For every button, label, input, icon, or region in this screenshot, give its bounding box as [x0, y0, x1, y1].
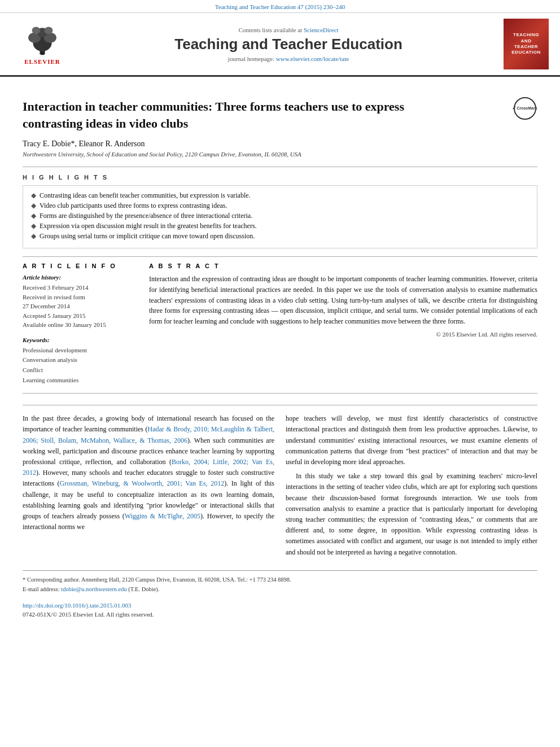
journal-reference-text: Teaching and Teacher Education 47 (2015)…: [215, 3, 345, 10]
journal-reference: Teaching and Teacher Education 47 (2015)…: [0, 0, 560, 13]
doi-link[interactable]: http://dx.doi.org/10.1016/j.tate.2015.01…: [23, 602, 132, 609]
body-col-1: In the past three decades, a growing bod…: [23, 413, 274, 561]
elsevier-tree-icon: [20, 23, 65, 57]
issn-copyright: 0742-051X/© 2015 Elsevier Ltd. All right…: [23, 611, 537, 618]
journal-cover-image: TEACHINGANDTEACHEREDUCATION: [504, 19, 549, 69]
journal-header: ELSEVIER Contents lists available at Sci…: [0, 13, 560, 77]
ref-wiggins[interactable]: Wiggins & McTighe, 2005: [125, 512, 200, 520]
bullet-icon: ◆: [31, 191, 36, 200]
keyword-4: Learning communities: [23, 375, 135, 386]
homepage-link[interactable]: www.elsevier.com/locate/tate: [276, 55, 349, 62]
divider-2: [23, 256, 537, 257]
elsevier-logo: ELSEVIER: [11, 23, 73, 65]
footnote-email-link[interactable]: tdobie@u.northwestern.edu: [61, 586, 126, 592]
svg-point-5: [32, 27, 41, 34]
footnote-email: E-mail address: tdobie@u.northwestern.ed…: [23, 585, 537, 594]
ref-hadar[interactable]: Hadar & Brody, 2010; McLaughlin & Talber…: [23, 425, 274, 444]
affiliation: Northwestern University, School of Educa…: [23, 151, 537, 158]
history-line-5: Available online 30 January 2015: [23, 320, 135, 330]
bullet-icon: ◆: [31, 232, 36, 241]
article-history-label: Article history:: [23, 274, 135, 281]
keywords-section: Keywords: Professional development Conve…: [23, 337, 135, 385]
history-line-3: 27 December 2014: [23, 302, 135, 311]
contents-line: Contents lists available at ScienceDirec…: [73, 27, 504, 33]
body-col-2: hope teachers will develop, we must firs…: [286, 413, 537, 561]
history-line-1: Received 3 February 2014: [23, 283, 135, 292]
doi-area: http://dx.doi.org/10.1016/j.tate.2015.01…: [23, 602, 537, 609]
article-info-abstract: A R T I C L E I N F O Article history: R…: [23, 263, 537, 385]
journal-center: Contents lists available at ScienceDirec…: [73, 27, 504, 62]
history-line-4: Accepted 5 January 2015: [23, 311, 135, 321]
body-two-col: In the past three decades, a growing bod…: [23, 413, 537, 561]
abstract-copyright: © 2015 Elsevier Ltd. All rights reserved…: [149, 331, 537, 338]
journal-homepage: journal homepage: www.elsevier.com/locat…: [73, 55, 504, 62]
svg-point-6: [45, 27, 53, 34]
keywords-label: Keywords:: [23, 337, 135, 343]
crossmark: ✓CrossMark: [512, 95, 537, 121]
abstract-label: A B S T R A C T: [149, 263, 537, 269]
keyword-1: Professional development: [23, 346, 135, 356]
highlight-4: ◆ Expression via open discussion might r…: [31, 222, 529, 230]
keyword-3: Conflict: [23, 365, 135, 375]
sciencedirect-link[interactable]: ScienceDirect: [304, 27, 339, 33]
authors: Tracy E. Dobie*, Eleanor R. Anderson: [23, 139, 537, 148]
abstract-column: A B S T R A C T Interaction and the expr…: [149, 263, 537, 385]
highlight-5: ◆ Groups using serial turns or implicit …: [31, 232, 529, 241]
svg-rect-7: [41, 52, 44, 55]
highlights-box: ◆ Contrasting ideas can benefit teacher …: [23, 185, 537, 248]
ref-grossman[interactable]: Grossman, Wineburg, & Woolworth, 2001; V…: [60, 479, 225, 487]
footnote-area: * Corresponding author. Annenberg Hall, …: [23, 570, 537, 595]
highlight-3: ◆ Forms are distinguished by the presenc…: [31, 212, 529, 220]
footnote-corresponding: * Corresponding author. Annenberg Hall, …: [23, 575, 537, 584]
highlights-label: H I G H L I G H T S: [23, 174, 537, 181]
main-content: Interaction in teacher communities: Thre…: [0, 77, 560, 629]
body-section: In the past three decades, a growing bod…: [23, 405, 537, 561]
article-info-label: A R T I C L E I N F O: [23, 263, 135, 269]
body-para-1: In the past three decades, a growing bod…: [23, 413, 274, 532]
crossmark-icon: ✓CrossMark: [514, 97, 536, 120]
article-info-column: A R T I C L E I N F O Article history: R…: [23, 263, 135, 385]
elsevier-text: ELSEVIER: [24, 58, 60, 65]
ref-borko[interactable]: Borko, 2004; Little, 2002; Van Es, 2012: [23, 458, 274, 477]
bullet-icon: ◆: [31, 212, 36, 220]
body-para-3: In this study we take a step toward this…: [286, 471, 537, 558]
highlight-1: ◆ Contrasting ideas can benefit teacher …: [31, 191, 529, 200]
history-line-2: Received in revised form: [23, 292, 135, 302]
divider-3: [23, 393, 537, 394]
body-para-2: hope teachers will develop, we must firs…: [286, 413, 537, 468]
article-title: Interaction in teacher communities: Thre…: [23, 98, 463, 132]
abstract-text: Interaction and the expression of contra…: [149, 274, 537, 326]
bullet-icon: ◆: [31, 222, 36, 230]
keyword-2: Conversation analysis: [23, 355, 135, 365]
journal-title: Teaching and Teacher Education: [73, 36, 504, 53]
bullet-icon: ◆: [31, 202, 36, 210]
divider-1: [23, 167, 537, 167]
highlight-2: ◆ Video club participants used three for…: [31, 202, 529, 210]
